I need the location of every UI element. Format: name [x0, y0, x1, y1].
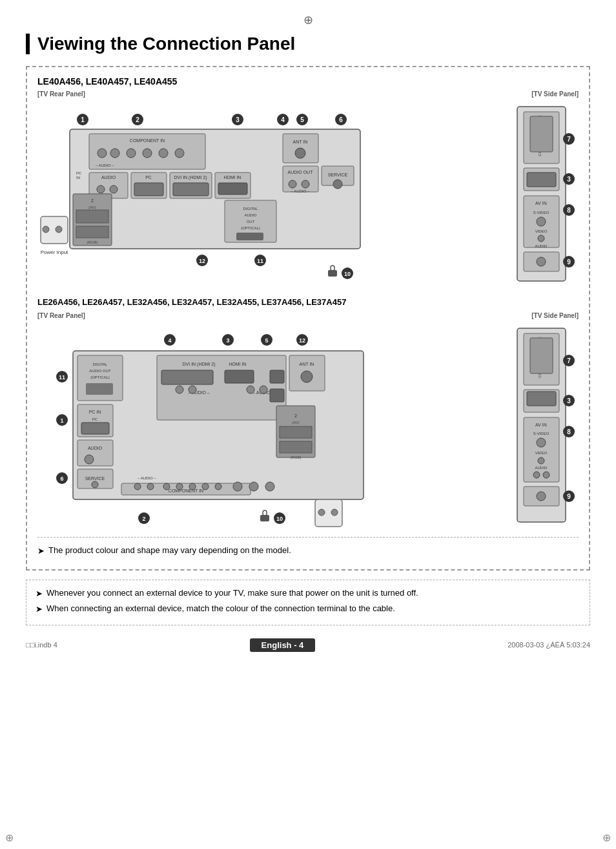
crosshair-top: ⊕ — [26, 13, 590, 27]
svg-point-20 — [175, 149, 184, 158]
svg-text:PC: PC — [145, 175, 152, 180]
svg-rect-49 — [76, 210, 108, 223]
section1-diagram-row: [TV Rear Panel] 1 2 3 4 — [37, 90, 579, 289]
section1-side-diagram: COMMON INTERFACE 7 HDMI IN3 3 AV IN S- — [504, 100, 575, 288]
svg-text:PC: PC — [92, 417, 98, 421]
svg-point-163 — [215, 483, 221, 490]
page-footer: □□i.indb 4 English - 4 2008-03-03 ¿ÀÈÄ 5… — [26, 638, 590, 652]
svg-point-174 — [318, 509, 325, 516]
svg-text:VIDEO: VIDEO — [535, 229, 548, 233]
svg-point-41 — [302, 180, 309, 188]
svg-point-192 — [537, 438, 546, 447]
svg-rect-148 — [280, 441, 312, 453]
section1-models: LE40A456, LE40A457, LE40A455 — [37, 76, 579, 87]
section2-side-panel-area: [TV Side Panel] COMMON INTERFACE 7 HDMI … — [504, 312, 579, 530]
svg-text:(RGB): (RGB) — [87, 240, 98, 244]
crosshair-bottom-right: ⊕ — [602, 832, 611, 844]
svg-point-125 — [189, 386, 196, 393]
svg-text:AUDIO: AUDIO — [88, 446, 103, 450]
svg-text:AUDIO: AUDIO — [535, 466, 547, 470]
svg-point-90 — [538, 235, 544, 242]
svg-text:HDMI IN: HDMI IN — [224, 175, 241, 180]
svg-text:4: 4 — [168, 337, 171, 344]
svg-point-19 — [159, 149, 168, 158]
svg-rect-186 — [527, 392, 556, 406]
svg-rect-111 — [86, 383, 113, 395]
svg-text:(OPTICAL): (OPTICAL) — [241, 226, 260, 230]
svg-text:3: 3 — [567, 176, 571, 183]
svg-point-160 — [176, 483, 183, 490]
note2-text1: Whenever you connect an external device … — [46, 587, 418, 600]
section2-side-diagram: COMMON INTERFACE 7 HDMI IN 3 3 AV IN S-V… — [504, 322, 575, 529]
svg-text:6: 6 — [60, 476, 63, 482]
svg-point-124 — [176, 386, 183, 393]
svg-text:3: 3 — [236, 116, 240, 123]
note2-text2: When connecting an external device, matc… — [46, 602, 395, 615]
svg-rect-31 — [173, 183, 209, 196]
svg-text:6: 6 — [339, 116, 343, 123]
svg-point-166 — [265, 482, 274, 491]
section1-side-panel-area: [TV Side Panel] COMMON INTERFACE 7 HDMI … — [504, 90, 579, 289]
svg-text:OUT: OUT — [247, 220, 255, 224]
svg-text:ANT IN: ANT IN — [293, 140, 308, 144]
svg-text:(OPTICAL): (OPTICAL) — [90, 375, 110, 379]
svg-text:AUDIO OUT: AUDIO OUT — [89, 369, 111, 373]
svg-text:S-VIDEO: S-VIDEO — [533, 211, 549, 215]
svg-text:12: 12 — [299, 337, 305, 344]
svg-text:DIGITAL: DIGITAL — [243, 207, 259, 211]
svg-text:2: 2 — [142, 516, 145, 522]
svg-point-25 — [110, 185, 118, 193]
svg-text:(AV): (AV) — [88, 205, 96, 209]
svg-point-194 — [538, 457, 544, 464]
svg-point-162 — [202, 483, 209, 490]
notes-box2: ➤ Whenever you connect an external devic… — [26, 580, 590, 625]
svg-point-45 — [333, 180, 342, 189]
svg-point-17 — [127, 149, 136, 158]
svg-text:DIGITAL: DIGITAL — [93, 362, 108, 366]
svg-text:7: 7 — [567, 136, 571, 143]
main-content-box: LE40A456, LE40A457, LE40A455 [TV Rear Pa… — [26, 66, 590, 571]
svg-text:9: 9 — [567, 258, 571, 266]
svg-text:3: 3 — [226, 337, 229, 344]
svg-text:4: 4 — [281, 116, 285, 123]
svg-point-175 — [331, 509, 338, 516]
svg-text:PC: PC — [76, 171, 82, 175]
section2-side-label: [TV Side Panel] — [504, 312, 579, 319]
svg-rect-117 — [81, 423, 109, 434]
svg-point-37 — [295, 148, 305, 158]
note2-arrow1: ➤ — [36, 587, 43, 600]
svg-rect-132 — [270, 370, 284, 383]
svg-point-40 — [289, 180, 296, 188]
svg-point-69 — [43, 226, 49, 233]
svg-text:2: 2 — [91, 198, 94, 203]
svg-text:S-VIDEO: S-VIDEO — [533, 432, 549, 435]
svg-rect-144 — [280, 426, 312, 438]
svg-point-157 — [134, 483, 141, 490]
svg-text:HDMI IN: HDMI IN — [229, 362, 247, 366]
svg-text:COMPONENT IN: COMPONENT IN — [130, 138, 165, 143]
svg-text:3: 3 — [567, 397, 571, 404]
svg-rect-53 — [76, 226, 108, 238]
svg-text:ANT IN: ANT IN — [300, 362, 314, 366]
svg-rect-189 — [524, 417, 559, 482]
svg-rect-127 — [225, 370, 254, 383]
svg-text:12: 12 — [199, 258, 205, 264]
svg-rect-59 — [236, 233, 263, 240]
svg-text:SERVICE: SERVICE — [85, 476, 105, 481]
svg-rect-122 — [161, 370, 213, 384]
svg-point-137 — [301, 371, 313, 383]
svg-point-16 — [110, 149, 119, 158]
svg-text:AUDIO: AUDIO — [244, 213, 256, 217]
svg-text:(AV): (AV) — [292, 421, 300, 424]
svg-text:1: 1 — [81, 116, 85, 123]
svg-text:AV IN: AV IN — [535, 423, 547, 427]
note1-arrow: ➤ — [37, 545, 45, 558]
svg-text:SERVICE: SERVICE — [328, 173, 348, 177]
svg-text:5: 5 — [265, 337, 268, 344]
svg-point-197 — [543, 472, 549, 478]
page-badge: English - 4 — [250, 638, 316, 652]
svg-text:PC IN: PC IN — [89, 410, 101, 414]
svg-rect-180 — [530, 338, 553, 373]
svg-text:8: 8 — [567, 207, 571, 214]
svg-point-201 — [537, 492, 546, 501]
